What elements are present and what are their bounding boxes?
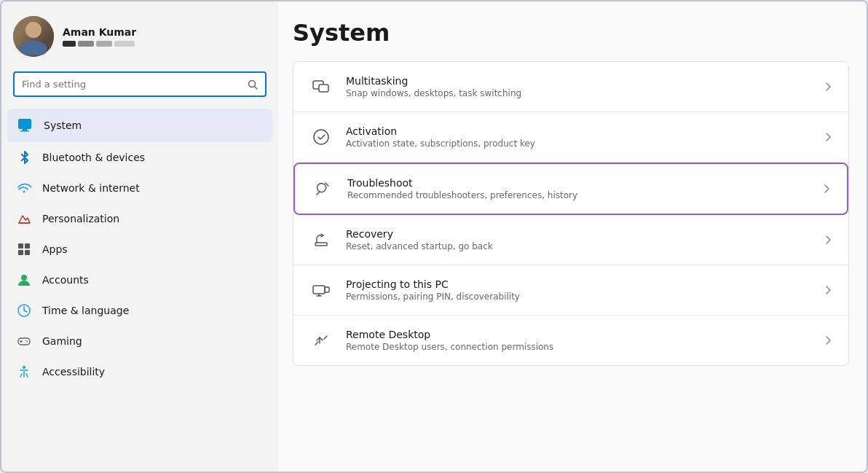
- search-icon: [248, 79, 258, 90]
- troubleshoot-text: Troubleshoot Recommended troubleshooters…: [347, 177, 809, 200]
- recovery-chevron: [822, 234, 834, 246]
- remote-icon: [308, 327, 334, 353]
- svg-rect-10: [25, 250, 30, 255]
- svg-line-1: [255, 86, 258, 89]
- svg-rect-3: [23, 129, 27, 130]
- sidebar-item-network[interactable]: Network & internet: [7, 173, 272, 203]
- user-name: Aman Kumar: [63, 26, 136, 38]
- troubleshoot-chevron: [821, 183, 832, 195]
- svg-point-22: [314, 130, 328, 144]
- avatar: [13, 16, 54, 57]
- sidebar-label-system: System: [44, 120, 82, 131]
- svg-rect-7: [18, 243, 23, 249]
- user-bars: [63, 41, 136, 47]
- main-content: System Multitasking Snap windows, deskto…: [278, 1, 867, 472]
- sidebar: Aman Kumar: [1, 1, 278, 472]
- settings-item-multitasking[interactable]: Multitasking Snap windows, desktops, tas…: [293, 62, 848, 112]
- svg-rect-8: [25, 243, 30, 249]
- projecting-title: Projecting to this PC: [346, 278, 810, 290]
- activation-icon: [308, 124, 334, 150]
- nav-items: System Bluetooth & devices: [1, 106, 278, 390]
- projecting-chevron: [822, 284, 834, 296]
- remote-subtitle: Remote Desktop users, connection permiss…: [346, 342, 810, 352]
- user-profile: Aman Kumar: [1, 1, 278, 69]
- bluetooth-icon: [16, 149, 32, 165]
- network-icon: [16, 180, 32, 196]
- svg-rect-21: [319, 85, 328, 92]
- bar-1: [63, 41, 76, 47]
- settings-item-activation[interactable]: Activation Activation state, subscriptio…: [293, 112, 848, 163]
- settings-list: Multitasking Snap windows, desktops, tas…: [293, 61, 849, 366]
- recovery-text: Recovery Reset, advanced startup, go bac…: [346, 228, 810, 251]
- projecting-subtitle: Permissions, pairing PIN, discoverabilit…: [346, 292, 810, 302]
- user-info: Aman Kumar: [63, 26, 136, 47]
- search-input[interactable]: [22, 79, 242, 90]
- svg-rect-4: [20, 130, 29, 132]
- search-container: [1, 69, 278, 106]
- sidebar-label-network: Network & internet: [42, 182, 140, 194]
- svg-rect-25: [325, 287, 329, 292]
- recovery-title: Recovery: [346, 228, 810, 240]
- projecting-icon: [308, 277, 334, 303]
- accessibility-icon: [16, 364, 32, 380]
- troubleshoot-subtitle: Recommended troubleshooters, preferences…: [347, 190, 809, 200]
- remote-chevron: [822, 335, 834, 346]
- svg-point-11: [21, 275, 27, 281]
- sidebar-item-personalization[interactable]: Personalization: [7, 203, 272, 234]
- multitasking-subtitle: Snap windows, desktops, task switching: [346, 88, 810, 98]
- sidebar-item-time[interactable]: Time & language: [7, 295, 272, 326]
- svg-rect-23: [315, 243, 327, 246]
- sidebar-label-bluetooth: Bluetooth & devices: [42, 152, 145, 163]
- sidebar-label-accessibility: Accessibility: [42, 366, 105, 378]
- accounts-icon: [16, 272, 32, 288]
- bar-4: [114, 41, 135, 47]
- svg-point-17: [25, 340, 27, 342]
- sidebar-label-time: Time & language: [42, 305, 129, 316]
- multitasking-text: Multitasking Snap windows, desktops, tas…: [346, 75, 810, 98]
- sidebar-label-gaming: Gaming: [42, 335, 82, 347]
- bar-3: [96, 41, 112, 47]
- multitasking-icon: [308, 74, 334, 100]
- recovery-icon: [308, 227, 334, 253]
- settings-item-recovery[interactable]: Recovery Reset, advanced startup, go bac…: [293, 215, 848, 265]
- apps-icon: [16, 241, 32, 257]
- settings-item-troubleshoot[interactable]: Troubleshoot Recommended troubleshooters…: [293, 163, 848, 215]
- svg-point-19: [23, 366, 25, 369]
- sidebar-label-personalization: Personalization: [42, 213, 119, 224]
- search-box[interactable]: [13, 71, 267, 97]
- projecting-text: Projecting to this PC Permissions, pairi…: [346, 278, 810, 302]
- sidebar-item-bluetooth[interactable]: Bluetooth & devices: [7, 142, 272, 173]
- sidebar-label-apps: Apps: [42, 243, 68, 255]
- multitasking-chevron: [822, 81, 834, 93]
- activation-chevron: [822, 131, 834, 143]
- remote-text: Remote Desktop Remote Desktop users, con…: [346, 329, 810, 352]
- svg-rect-9: [18, 250, 23, 255]
- page-title: System: [293, 19, 849, 47]
- sidebar-item-accounts[interactable]: Accounts: [7, 265, 272, 295]
- troubleshoot-icon: [309, 176, 336, 202]
- troubleshoot-title: Troubleshoot: [347, 177, 809, 189]
- personalization-icon: [16, 211, 32, 227]
- svg-rect-24: [313, 286, 325, 294]
- sidebar-item-system[interactable]: System: [7, 109, 272, 142]
- activation-text: Activation Activation state, subscriptio…: [346, 125, 810, 149]
- settings-window: Aman Kumar: [0, 0, 868, 473]
- multitasking-title: Multitasking: [346, 75, 810, 87]
- gaming-icon: [16, 333, 32, 349]
- recovery-subtitle: Reset, advanced startup, go back: [346, 241, 810, 251]
- time-icon: [16, 302, 32, 318]
- activation-title: Activation: [346, 125, 810, 137]
- svg-point-5: [23, 191, 25, 193]
- sidebar-label-accounts: Accounts: [42, 274, 89, 286]
- sidebar-item-apps[interactable]: Apps: [7, 234, 272, 265]
- svg-rect-2: [18, 119, 31, 129]
- settings-item-remote[interactable]: Remote Desktop Remote Desktop users, con…: [293, 316, 848, 365]
- sidebar-item-accessibility[interactable]: Accessibility: [7, 356, 272, 387]
- svg-point-18: [27, 341, 28, 343]
- remote-title: Remote Desktop: [346, 329, 810, 340]
- sidebar-item-gaming[interactable]: Gaming: [7, 326, 272, 356]
- bar-2: [78, 41, 94, 47]
- settings-item-projecting[interactable]: Projecting to this PC Permissions, pairi…: [293, 265, 848, 316]
- system-icon: [17, 117, 33, 133]
- activation-subtitle: Activation state, subscriptions, product…: [346, 138, 810, 149]
